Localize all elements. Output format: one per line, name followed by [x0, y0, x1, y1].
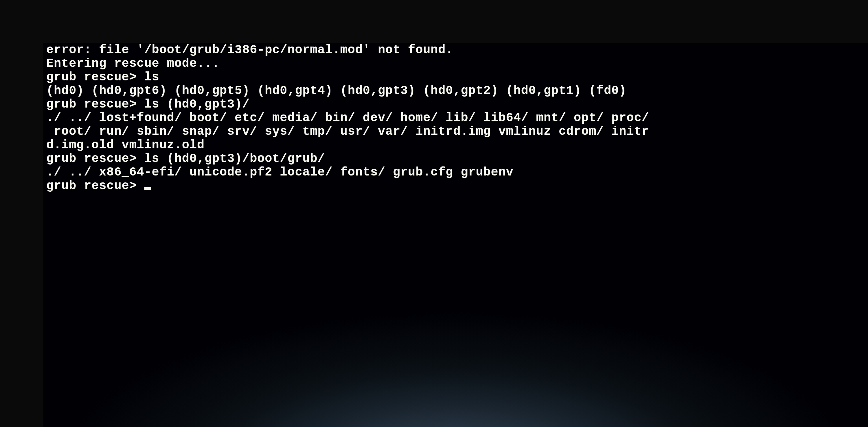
terminal-line: grub rescue> ls (hd0,gpt3)/ [46, 97, 250, 111]
terminal-line: Entering rescue mode... [46, 57, 220, 70]
monitor-bezel: error: file '/boot/grub/i386-pc/normal.m… [0, 0, 868, 427]
terminal-line: error: file '/boot/grub/i386-pc/normal.m… [46, 43, 453, 57]
terminal-line: grub rescue> ls [46, 70, 159, 84]
terminal-line: (hd0) (hd0,gpt6) (hd0,gpt5) (hd0,gpt4) (… [46, 84, 626, 98]
screen-area: error: file '/boot/grub/i386-pc/normal.m… [43, 43, 868, 427]
terminal-line: root/ run/ sbin/ snap/ srv/ sys/ tmp/ us… [46, 125, 649, 138]
grub-rescue-terminal[interactable]: error: file '/boot/grub/i386-pc/normal.m… [46, 43, 865, 193]
cursor-icon [144, 187, 151, 190]
terminal-line: grub rescue> ls (hd0,gpt3)/boot/grub/ [46, 152, 325, 166]
terminal-prompt: grub rescue> [46, 179, 144, 193]
terminal-line: d.img.old vmlinuz.old [46, 138, 205, 152]
terminal-line: ./ ../ lost+found/ boot/ etc/ media/ bin… [46, 111, 649, 125]
terminal-line: ./ ../ x86_64-efi/ unicode.pf2 locale/ f… [46, 165, 514, 179]
